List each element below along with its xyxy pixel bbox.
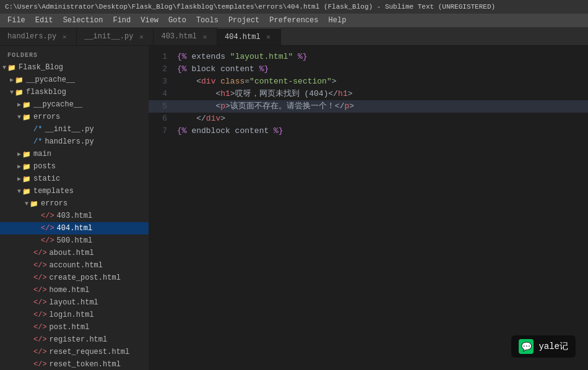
- folder-icon: 📁: [22, 101, 31, 109]
- tab-404[interactable]: 404.html ✕: [217, 28, 281, 45]
- sidebar-label: account.html: [50, 261, 103, 270]
- sidebar-label: layout.html: [50, 298, 98, 307]
- file-icon: /*: [33, 125, 42, 134]
- sidebar-label: errors: [41, 199, 67, 208]
- file-icon: </>: [33, 298, 47, 307]
- sidebar-item-403html[interactable]: </> 403.html: [0, 210, 149, 222]
- sidebar-item-pycache2[interactable]: ▶ 📁 __pycache__: [0, 98, 149, 111]
- sidebar-item-login[interactable]: </> login.html: [0, 309, 149, 321]
- sidebar[interactable]: FOLDERS ▼ 📁 Flask_Blog ▶ 📁 __pycache__ ▼…: [0, 46, 149, 370]
- sidebar-item-pycache1[interactable]: ▶ 📁 __pycache__: [0, 74, 149, 86]
- sidebar-item-create-post[interactable]: </> create_post.html: [0, 272, 149, 284]
- tab-403-close[interactable]: ✕: [201, 33, 209, 41]
- line-content: {% endblock content %}: [175, 125, 588, 137]
- sidebar-item-errors[interactable]: ▼ 📁 errors: [0, 111, 149, 123]
- sidebar-label: home.html: [50, 286, 90, 295]
- sidebar-label: register.html: [50, 335, 108, 344]
- code-line-6: 6 </div>: [149, 113, 588, 125]
- menu-find[interactable]: Find: [108, 15, 136, 26]
- folder-icon: 📁: [15, 88, 24, 97]
- tab-init-close[interactable]: ✕: [137, 33, 145, 41]
- sidebar-label: flaskblog: [26, 88, 66, 97]
- file-icon: </>: [41, 212, 54, 220]
- arrow-icon: ▶: [17, 101, 21, 108]
- menu-project[interactable]: Project: [223, 15, 264, 26]
- arrow-icon: ▶: [17, 163, 21, 170]
- sidebar-item-register[interactable]: </> register.html: [0, 333, 149, 346]
- file-icon: </>: [33, 360, 47, 369]
- file-icon: </>: [33, 273, 47, 282]
- sidebar-item-main[interactable]: ▶ 📁 main: [0, 148, 149, 160]
- file-icon: </>: [33, 335, 47, 344]
- watermark: 💬 yale记: [511, 335, 576, 358]
- sidebar-item-errors2[interactable]: ▼ 📁 errors: [0, 197, 149, 210]
- sidebar-item-post[interactable]: </> post.html: [0, 321, 149, 333]
- line-number: 3: [149, 75, 175, 88]
- tab-404-label: 404.html: [225, 33, 261, 41]
- sidebar-label: static: [33, 174, 60, 183]
- tab-handlers-close[interactable]: ✕: [60, 33, 69, 41]
- sidebar-label: 404.html: [57, 224, 93, 233]
- sidebar-label: __pycache__: [33, 100, 82, 109]
- sidebar-label: posts: [33, 162, 56, 171]
- code-line-5: 5 <p>该页面不存在。请尝换一个！</p>: [149, 100, 588, 113]
- sidebar-label: __pycache__: [26, 75, 75, 84]
- menu-tools[interactable]: Tools: [191, 15, 223, 26]
- menu-view[interactable]: View: [136, 15, 163, 26]
- sidebar-item-account[interactable]: </> account.html: [0, 259, 149, 272]
- tab-handlers[interactable]: handlers.py ✕: [0, 28, 77, 45]
- code-line-2: 2 {% block content %}: [149, 63, 588, 75]
- arrow-icon: ▶: [17, 150, 21, 158]
- file-icon: </>: [33, 261, 47, 270]
- menu-help[interactable]: Help: [324, 15, 352, 26]
- line-number: 7: [149, 125, 175, 137]
- file-icon: </>: [33, 311, 47, 319]
- file-icon: </>: [41, 224, 54, 233]
- tabbar: handlers.py ✕ __init__.py ✕ 403.html ✕ 4…: [0, 27, 588, 46]
- sidebar-item-reset-request[interactable]: </> reset_request.html: [0, 346, 149, 358]
- menubar: File Edit Selection Find View Goto Tools…: [0, 14, 588, 27]
- sidebar-label: __init__.py: [45, 125, 93, 134]
- sidebar-label: 500.html: [57, 236, 93, 245]
- sidebar-item-layout[interactable]: </> layout.html: [0, 296, 149, 309]
- tab-403[interactable]: 403.html ✕: [153, 28, 217, 45]
- sidebar-item-posts[interactable]: ▶ 📁 posts: [0, 160, 149, 173]
- file-icon: </>: [33, 323, 47, 332]
- sidebar-item-flask-blog[interactable]: ▼ 📁 Flask_Blog: [0, 61, 149, 74]
- sidebar-label: reset_token.html: [50, 360, 121, 369]
- sidebar-item-flaskblog[interactable]: ▼ 📁 flaskblog: [0, 86, 149, 98]
- line-content: <div class="content-section">: [175, 75, 588, 88]
- arrow-icon: ▼: [10, 89, 14, 96]
- sidebar-item-404html[interactable]: </> 404.html: [0, 222, 149, 234]
- line-number: 5: [149, 100, 175, 113]
- sidebar-item-reset-token[interactable]: </> reset_token.html: [0, 358, 149, 370]
- menu-goto[interactable]: Goto: [163, 15, 191, 26]
- sidebar-item-handlers-py[interactable]: /* handlers.py: [0, 136, 149, 148]
- sidebar-item-templates[interactable]: ▼ 📁 templates: [0, 185, 149, 197]
- tab-404-close[interactable]: ✕: [264, 33, 273, 41]
- menu-file[interactable]: File: [2, 15, 30, 26]
- sidebar-item-500html[interactable]: </> 500.html: [0, 234, 149, 247]
- line-number: 6: [149, 113, 175, 125]
- sidebar-label: about.html: [50, 249, 94, 257]
- sidebar-item-static[interactable]: ▶ 📁 static: [0, 173, 149, 185]
- menu-edit[interactable]: Edit: [30, 15, 58, 26]
- line-content: <h1>哎呀，网页未找到 (404)</h1>: [175, 88, 588, 100]
- sidebar-item-home[interactable]: </> home.html: [0, 284, 149, 296]
- sidebar-label: handlers.py: [45, 137, 93, 146]
- watermark-label: yale记: [538, 341, 568, 352]
- arrow-icon: ▼: [17, 114, 21, 121]
- line-number: 4: [149, 88, 175, 100]
- folder-icon: 📁: [22, 150, 31, 158]
- file-icon: </>: [33, 286, 47, 295]
- folder-icon: 📁: [7, 64, 16, 72]
- tab-init[interactable]: __init__.py ✕: [77, 28, 153, 45]
- menu-selection[interactable]: Selection: [58, 15, 108, 26]
- folder-icon: 📁: [22, 163, 31, 171]
- sidebar-item-init-py[interactable]: /* __init__.py: [0, 123, 149, 136]
- file-icon: </>: [33, 249, 47, 257]
- sidebar-item-about[interactable]: </> about.html: [0, 247, 149, 259]
- editor[interactable]: 1 {% extends "layout.html" %} 2 {% block…: [149, 46, 588, 370]
- menu-preferences[interactable]: Preferences: [264, 15, 323, 26]
- line-content: </div>: [175, 113, 588, 125]
